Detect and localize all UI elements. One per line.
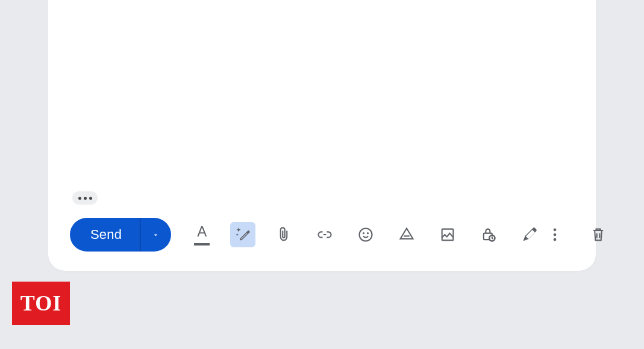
- insert-photo-button[interactable]: [435, 222, 460, 247]
- ellipsis-dot-icon: [84, 197, 87, 200]
- insert-drive-file-button[interactable]: [394, 222, 419, 247]
- toi-badge-text: TOI: [20, 291, 61, 316]
- image-icon: [439, 226, 456, 243]
- message-body-area[interactable]: [70, 0, 574, 217]
- pen-icon: [521, 226, 538, 243]
- show-trimmed-content-button[interactable]: [72, 191, 98, 205]
- ellipsis-dot-icon: [78, 197, 81, 200]
- toolbar-icon-group-right: [542, 222, 611, 247]
- insert-signature-button[interactable]: [517, 222, 542, 247]
- drive-icon: [398, 226, 415, 243]
- link-icon: [316, 226, 333, 243]
- send-button[interactable]: Send: [70, 218, 140, 252]
- more-vert-icon: [546, 226, 563, 243]
- svg-point-7: [554, 229, 557, 232]
- lock-clock-icon: [480, 226, 497, 243]
- svg-point-0: [360, 229, 372, 241]
- svg-point-1: [363, 233, 364, 233]
- send-options-button[interactable]: [140, 218, 171, 252]
- insert-emoji-button[interactable]: [353, 222, 378, 247]
- formatting-options-button[interactable]: A: [189, 222, 214, 247]
- more-options-button[interactable]: [542, 222, 567, 247]
- sparkle-pencil-icon: [234, 226, 251, 243]
- send-button-group: Send: [70, 218, 171, 252]
- ellipsis-dot-icon: [89, 197, 92, 200]
- svg-point-8: [554, 233, 557, 236]
- svg-point-9: [554, 238, 557, 241]
- help-me-write-button[interactable]: [230, 222, 255, 247]
- toolbar-icon-group-left: A: [189, 222, 542, 247]
- toi-watermark-badge: TOI: [12, 282, 70, 325]
- svg-point-2: [367, 233, 368, 233]
- confidential-mode-button[interactable]: [476, 222, 501, 247]
- compose-window: Send A: [48, 0, 596, 271]
- paperclip-icon: [275, 226, 292, 243]
- compose-toolbar: Send A: [70, 217, 574, 253]
- attach-file-button[interactable]: [271, 222, 296, 247]
- text-format-icon: A: [193, 224, 210, 246]
- caret-down-icon: [152, 231, 160, 239]
- discard-draft-button[interactable]: [586, 222, 611, 247]
- trash-icon: [590, 226, 607, 243]
- emoji-icon: [357, 226, 374, 243]
- insert-link-button[interactable]: [312, 222, 337, 247]
